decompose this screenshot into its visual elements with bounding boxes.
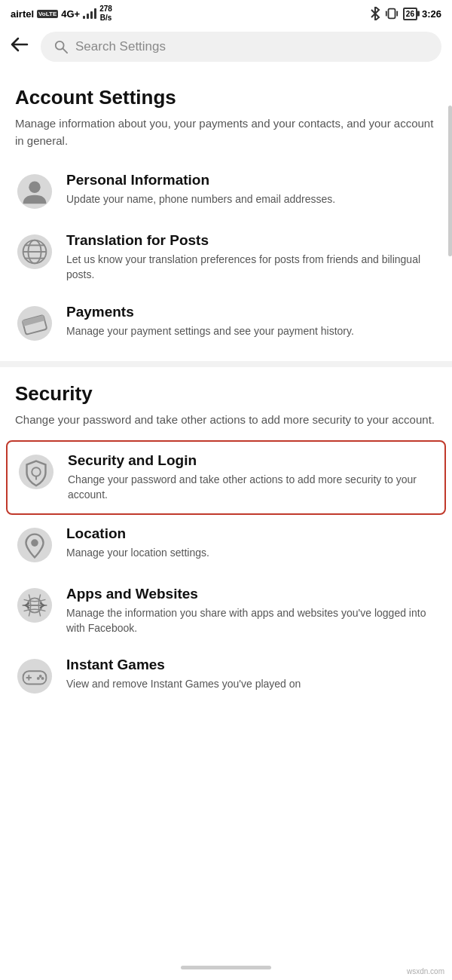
search-icon bbox=[54, 40, 68, 54]
payments-item[interactable]: Payments Manage your payment settings an… bbox=[15, 293, 437, 354]
svg-rect-0 bbox=[388, 9, 395, 19]
search-bar[interactable]: Search Settings bbox=[41, 32, 441, 62]
translation-title: Translation for Posts bbox=[66, 232, 437, 249]
security-section: Security Change your password and take o… bbox=[0, 367, 452, 715]
bluetooth-icon bbox=[370, 7, 380, 20]
apps-websites-text: Apps and Websites Manage the information… bbox=[66, 586, 437, 636]
svg-point-3 bbox=[56, 41, 64, 50]
home-bar bbox=[181, 966, 271, 969]
location-desc: Manage your location settings. bbox=[66, 545, 209, 560]
account-section-title: Account Settings bbox=[15, 86, 437, 109]
payments-desc: Manage your payment settings and see you… bbox=[66, 323, 354, 338]
security-login-icon bbox=[17, 452, 56, 492]
account-section-desc: Manage information about you, your payme… bbox=[15, 115, 437, 149]
vibration-icon bbox=[385, 7, 399, 20]
scroll-indicator[interactable] bbox=[448, 106, 452, 256]
instant-games-icon bbox=[15, 657, 54, 696]
volte-badge: VoLTE bbox=[37, 10, 58, 18]
svg-point-6 bbox=[29, 182, 40, 193]
time-label: 3:26 bbox=[422, 8, 441, 20]
payments-text: Payments Manage your payment settings an… bbox=[66, 304, 354, 338]
apps-websites-title: Apps and Websites bbox=[66, 586, 437, 602]
payments-title: Payments bbox=[66, 304, 354, 320]
signal-bars-icon bbox=[83, 8, 96, 19]
translation-desc: Let us know your translation preferences… bbox=[66, 252, 437, 283]
personal-info-title: Personal Information bbox=[66, 172, 335, 188]
payments-icon bbox=[15, 304, 54, 343]
security-login-item[interactable]: Security and Login Change your password … bbox=[6, 440, 446, 515]
security-login-desc: Change your password and take other acti… bbox=[68, 472, 435, 503]
security-section-title: Security bbox=[15, 382, 437, 406]
status-right: 26 3:26 bbox=[370, 7, 441, 20]
personal-info-icon bbox=[15, 172, 54, 211]
instant-games-text: Instant Games View and remove Instant Ga… bbox=[66, 657, 301, 691]
translation-icon bbox=[15, 232, 54, 271]
svg-line-4 bbox=[63, 49, 67, 53]
search-placeholder: Search Settings bbox=[75, 39, 166, 54]
battery-icon: 26 bbox=[403, 8, 417, 20]
svg-rect-2 bbox=[396, 11, 398, 16]
translation-text: Translation for Posts Let us know your t… bbox=[66, 232, 437, 283]
carrier-label: airtel bbox=[11, 8, 34, 20]
location-text: Location Manage your location settings. bbox=[66, 525, 209, 560]
network-type: 4G+ bbox=[61, 8, 80, 20]
apps-websites-item[interactable]: Apps and Websites Manage the information… bbox=[15, 575, 437, 647]
watermark: wsxdn.com bbox=[407, 967, 444, 975]
section-divider bbox=[0, 361, 452, 367]
account-section: Account Settings Manage information abou… bbox=[0, 71, 452, 361]
back-arrow-icon bbox=[11, 36, 30, 53]
instant-games-title: Instant Games bbox=[66, 657, 301, 673]
apps-websites-icon bbox=[15, 586, 54, 625]
back-button[interactable] bbox=[11, 36, 33, 57]
security-login-title: Security and Login bbox=[68, 452, 435, 469]
instant-games-desc: View and remove Instant Games you've pla… bbox=[66, 676, 301, 691]
svg-point-16 bbox=[19, 455, 53, 489]
search-row: Search Settings bbox=[0, 26, 452, 71]
location-title: Location bbox=[66, 525, 209, 542]
status-bar: airtel VoLTE 4G+ 278 B/s 26 3:26 bbox=[0, 0, 452, 26]
personal-info-text: Personal Information Update your name, p… bbox=[66, 172, 335, 207]
location-icon bbox=[15, 525, 54, 565]
svg-point-28 bbox=[39, 675, 42, 678]
translation-item[interactable]: Translation for Posts Let us know your t… bbox=[15, 222, 437, 293]
svg-point-30 bbox=[41, 677, 44, 680]
svg-point-20 bbox=[31, 539, 38, 547]
personal-information-item[interactable]: Personal Information Update your name, p… bbox=[15, 161, 437, 222]
personal-info-desc: Update your name, phone numbers and emai… bbox=[66, 191, 335, 207]
security-section-desc: Change your password and take other acti… bbox=[15, 412, 437, 429]
status-left: airtel VoLTE 4G+ 278 B/s bbox=[11, 5, 112, 23]
security-login-text: Security and Login Change your password … bbox=[68, 452, 435, 503]
instant-games-item[interactable]: Instant Games View and remove Instant Ga… bbox=[15, 646, 437, 706]
location-item[interactable]: Location Manage your location settings. bbox=[15, 515, 437, 575]
svg-point-29 bbox=[37, 677, 40, 680]
apps-websites-desc: Manage the information you share with ap… bbox=[66, 605, 437, 636]
battery-level: 26 bbox=[406, 10, 414, 18]
data-speed: 278 B/s bbox=[99, 5, 112, 23]
svg-rect-1 bbox=[386, 11, 387, 16]
